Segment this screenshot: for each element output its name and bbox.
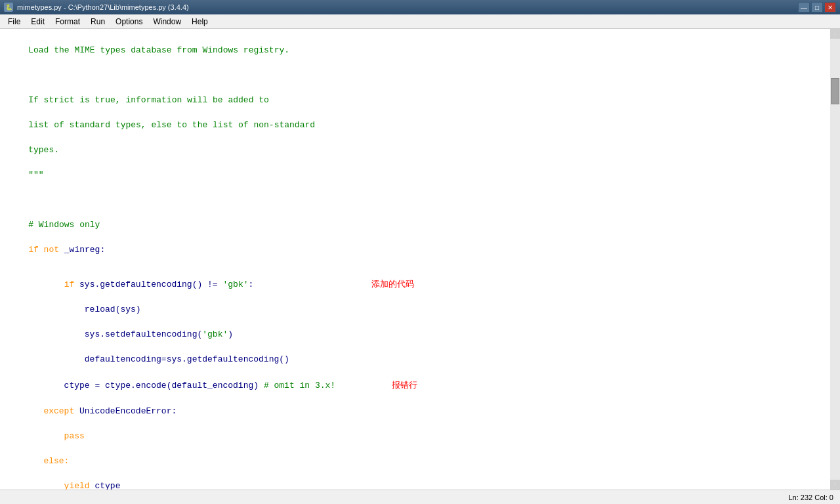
code-line: pass	[3, 430, 828, 442]
code-line: types.	[8, 144, 822, 156]
code-line: If strict is true, information will be a…	[8, 94, 822, 106]
close-button[interactable]: ✕	[824, 2, 836, 12]
minimize-button[interactable]: —	[798, 2, 810, 12]
scroll-track[interactable]	[830, 39, 840, 480]
code-line	[8, 69, 822, 81]
code-editor[interactable]: Load the MIME types database from Window…	[0, 29, 830, 490]
code-line: except UnicodeEncodeError:	[3, 405, 828, 417]
window-title: mimetypes.py - C:\Python27\Lib\mimetypes…	[17, 3, 189, 11]
code-line: sys.setdefaultencoding('gbk')	[3, 328, 828, 341]
scroll-thumb[interactable]	[831, 78, 839, 104]
code-line: """	[8, 169, 822, 181]
code-line: else:	[3, 455, 828, 467]
menu-bar: File Edit Format Run Options Window Help	[0, 14, 840, 29]
code-line: defaultencoding=sys.getdefaultencoding()	[3, 353, 828, 366]
code-line: list of standard types, else to the list…	[8, 119, 822, 131]
menu-options[interactable]: Options	[110, 16, 148, 28]
menu-edit[interactable]: Edit	[26, 16, 50, 28]
code-line: # Windows only	[8, 219, 822, 231]
code-line: Load the MIME types database from Window…	[8, 44, 822, 56]
code-line: if not _winreg:	[8, 243, 822, 256]
menu-format[interactable]: Format	[50, 16, 85, 28]
app-icon: 🐍	[4, 3, 13, 12]
code-line: if sys.getdefaultencoding() != 'gbk': 添加…	[3, 278, 828, 291]
scroll-down-button[interactable]: ▼	[830, 480, 840, 490]
window-controls: — □ ✕	[798, 2, 836, 12]
status-bar: Ln: 232 Col: 0	[0, 490, 840, 504]
error-code-line: ctype = ctype.encode(default_encoding) #…	[3, 379, 828, 392]
menu-file[interactable]: File	[3, 16, 26, 28]
vertical-scrollbar[interactable]: ▲ ▼	[830, 29, 840, 490]
cursor-position: Ln: 232 Col: 0	[789, 494, 834, 501]
code-line	[8, 194, 822, 206]
title-bar: 🐍 mimetypes.py - C:\Python27\Lib\mimetyp…	[0, 0, 840, 14]
maximize-button[interactable]: □	[811, 2, 823, 12]
menu-window[interactable]: Window	[148, 16, 186, 28]
code-line: reload(sys)	[3, 303, 828, 316]
editor-container: Load the MIME types database from Window…	[0, 29, 840, 490]
scroll-up-button[interactable]: ▲	[830, 29, 840, 39]
title-left: 🐍 mimetypes.py - C:\Python27\Lib\mimetyp…	[4, 3, 189, 12]
menu-help[interactable]: Help	[186, 16, 213, 28]
code-line: yield ctype	[3, 480, 828, 490]
menu-run[interactable]: Run	[85, 16, 110, 28]
